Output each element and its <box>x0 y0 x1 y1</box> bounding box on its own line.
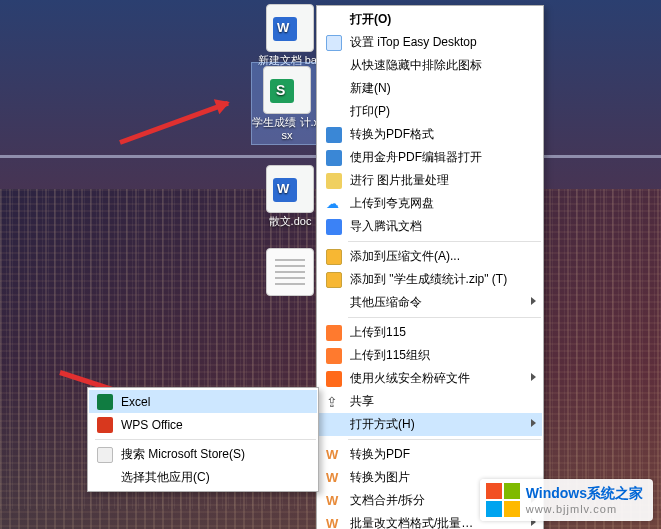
menu-open-with[interactable]: 打开方式(H) <box>318 413 542 436</box>
submenu-wps[interactable]: WPS Office <box>89 413 317 436</box>
zip-icon <box>324 271 344 289</box>
menu-img-batch[interactable]: 进行 图片批量处理 <box>318 169 542 192</box>
blank-icon <box>95 469 115 487</box>
desktop-file-label: 散文.doc <box>255 215 325 228</box>
desktop: 新建文档 backup.p… 学生成绩 计.xlsx 散文.doc 打开(O) … <box>0 0 661 529</box>
doc-icon <box>266 4 314 52</box>
submenu-arrow-icon <box>531 419 536 427</box>
share-icon: ⇪ <box>324 393 344 411</box>
menu-jz-pdf[interactable]: 使用金舟PDF编辑器打开 <box>318 146 542 169</box>
menu-separator <box>348 317 541 318</box>
menu-kk-cloud[interactable]: ☁上传到夸克网盘 <box>318 192 542 215</box>
menu-115[interactable]: 上传到115 <box>318 321 542 344</box>
blank-icon <box>324 80 344 98</box>
wps-icon: W <box>324 492 344 510</box>
windows-logo-icon <box>486 483 520 517</box>
doc-icon <box>266 165 314 213</box>
annotation-arrow <box>119 101 229 145</box>
menu-to-pdf[interactable]: 转换为PDF格式 <box>318 123 542 146</box>
submenu-arrow-icon <box>531 373 536 381</box>
menu-zip-named[interactable]: 添加到 "学生成绩统计.zip" (T) <box>318 268 542 291</box>
image-batch-icon <box>324 172 344 190</box>
desktop-file-doc[interactable]: 散文.doc <box>255 165 325 228</box>
submenu-excel[interactable]: Excel <box>89 390 317 413</box>
cloud-icon: ☁ <box>324 195 344 213</box>
wps-icon: W <box>324 515 344 530</box>
context-menu: 打开(O) 设置 iTop Easy Desktop 从快速隐藏中排除此图标 新… <box>316 5 544 529</box>
submenu-other-app[interactable]: 选择其他应用(C) <box>89 466 317 489</box>
pdf-icon <box>324 126 344 144</box>
tencent-doc-icon <box>324 218 344 236</box>
open-with-submenu: Excel WPS Office 搜索 Microsoft Store(S) 选… <box>87 387 319 492</box>
watermark-title: Windows系统之家 <box>526 485 643 503</box>
blank-icon <box>324 103 344 121</box>
watermark-text: Windows系统之家 www.bjjmlv.com <box>526 485 643 515</box>
c115-icon <box>324 347 344 365</box>
submenu-arrow-icon <box>531 297 536 305</box>
blank-icon <box>324 11 344 29</box>
menu-separator <box>95 439 316 440</box>
desktop-file-txt[interactable] <box>255 248 325 298</box>
huorong-icon <box>324 370 344 388</box>
ms-store-icon <box>95 446 115 464</box>
menu-open[interactable]: 打开(O) <box>318 8 542 31</box>
wps-office-icon <box>95 416 115 434</box>
submenu-store[interactable]: 搜索 Microsoft Store(S) <box>89 443 317 466</box>
desktop-file-xlsx[interactable]: 学生成绩 计.xlsx <box>252 63 322 144</box>
menu-exclude[interactable]: 从快速隐藏中排除此图标 <box>318 54 542 77</box>
txt-icon <box>266 248 314 296</box>
blank-icon <box>324 294 344 312</box>
watermark: Windows系统之家 www.bjjmlv.com <box>480 479 653 521</box>
menu-115-org[interactable]: 上传到115组织 <box>318 344 542 367</box>
itop-icon <box>324 34 344 52</box>
menu-separator <box>348 241 541 242</box>
menu-print[interactable]: 打印(P) <box>318 100 542 123</box>
pdf-editor-icon <box>324 149 344 167</box>
watermark-url: www.bjjmlv.com <box>526 503 643 515</box>
menu-share[interactable]: ⇪共享 <box>318 390 542 413</box>
menu-zip-add[interactable]: 添加到压缩文件(A)... <box>318 245 542 268</box>
menu-new[interactable]: 新建(N) <box>318 77 542 100</box>
blank-icon <box>324 416 344 434</box>
menu-tx-doc[interactable]: 导入腾讯文档 <box>318 215 542 238</box>
excel-icon <box>95 393 115 411</box>
wps-icon: W <box>324 469 344 487</box>
blank-icon <box>324 57 344 75</box>
xlsx-icon <box>263 66 311 114</box>
menu-zip-other[interactable]: 其他压缩命令 <box>318 291 542 314</box>
c115-icon <box>324 324 344 342</box>
zip-icon <box>324 248 344 266</box>
wps-icon: W <box>324 446 344 464</box>
menu-itop[interactable]: 设置 iTop Easy Desktop <box>318 31 542 54</box>
desktop-file-label: 学生成绩 计.xlsx <box>252 116 322 141</box>
menu-wps-pdf[interactable]: W转换为PDF <box>318 443 542 466</box>
menu-huorong[interactable]: 使用火绒安全粉碎文件 <box>318 367 542 390</box>
menu-separator <box>348 439 541 440</box>
